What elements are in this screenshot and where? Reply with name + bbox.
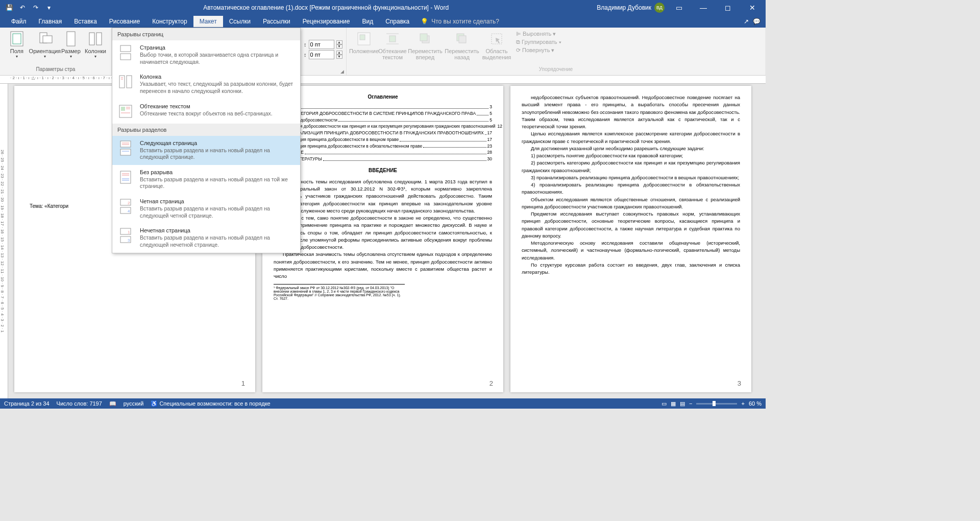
- table-of-contents: ВВЕДЕНИЕ3ГЛАВА 1. КАТЕГОРИЯ ДОБРОСОВЕСТН…: [274, 104, 492, 162]
- p2-para1: Актуальность темы исследования обусловле…: [274, 178, 492, 215]
- toc-entry: 2.1. Реализация принципа добросовестност…: [274, 136, 492, 143]
- align-button: ⊫ Выровнять ▾: [516, 31, 561, 37]
- spin-down[interactable]: ▼: [336, 44, 342, 49]
- column-break-icon: [117, 74, 134, 90]
- toc-entry: ЗАКЛЮЧЕНИЕ28: [274, 149, 492, 156]
- tab-design[interactable]: Конструктор: [146, 16, 193, 27]
- status-word-count[interactable]: Число слов: 7197: [57, 400, 102, 407]
- columns-icon: [87, 31, 104, 47]
- break-page[interactable]: СтраницаВыбор точки, в которой заканчива…: [112, 40, 300, 69]
- p3-para6: Методологическую основу исследования сос…: [522, 240, 740, 262]
- svg-rect-13: [420, 34, 427, 41]
- svg-rect-17: [120, 45, 131, 52]
- break-even-page[interactable]: 24 Четная страницаВставить разрыв раздел…: [112, 194, 300, 223]
- arrange-group-label: Упорядочение: [350, 66, 762, 73]
- p2-para3: Практическая значимость темы обусловлена…: [274, 251, 492, 280]
- vertical-ruler[interactable]: 26 · 25 · 24 · 23 · 22 · 21 · 20 · 19 · …: [0, 84, 8, 398]
- zoom-level[interactable]: 60 %: [749, 400, 762, 407]
- toc-entry: ГЛАВА 1. КАТЕГОРИЯ ДОБРОСОВЕСТНОСТИ В СИ…: [274, 110, 492, 117]
- page-number-2: 2: [489, 380, 493, 387]
- tab-draw[interactable]: Рисование: [103, 16, 146, 27]
- svg-rect-8: [360, 35, 365, 40]
- paragraph-dialog-launcher[interactable]: ◢: [340, 69, 344, 74]
- svg-rect-24: [121, 107, 125, 111]
- break-column[interactable]: КолонкаУказывает, что текст, следующий з…: [112, 69, 300, 99]
- svg-rect-9: [389, 36, 396, 42]
- margins-button[interactable]: Поля▾: [3, 30, 31, 60]
- send-backward-button: Переместить назад: [444, 30, 480, 61]
- ribbon-display-options[interactable]: ▭: [669, 0, 689, 15]
- view-read-mode[interactable]: ▭: [662, 400, 667, 407]
- tab-mailings[interactable]: Рассылки: [257, 16, 297, 27]
- ribbon: Поля▾ Ориентация▾ Размер▾ Колонки▾ Парам…: [0, 28, 766, 76]
- selection-icon: [488, 31, 505, 47]
- spacing-before-input[interactable]: [309, 40, 334, 49]
- wrap-text-button: Обтекание текстом: [378, 30, 407, 61]
- status-language[interactable]: русский: [124, 400, 143, 407]
- tab-home[interactable]: Главная: [33, 16, 68, 27]
- tell-me-search[interactable]: 💡 Что вы хотите сделать?: [421, 18, 499, 25]
- page-3[interactable]: недобросовестных субъектов правоотношени…: [510, 86, 751, 392]
- spin-up[interactable]: ▲: [336, 40, 342, 44]
- status-accessibility[interactable]: ♿ Специальные возможности: все в порядке: [151, 400, 270, 407]
- svg-rect-4: [67, 32, 75, 46]
- toc-entry: 1.2. Категория добросовестности как прин…: [274, 123, 492, 130]
- forward-icon: [417, 31, 433, 47]
- zoom-in[interactable]: +: [741, 400, 744, 407]
- tab-file[interactable]: Файл: [5, 16, 33, 27]
- tab-help[interactable]: Справка: [379, 16, 415, 27]
- margins-icon: [9, 31, 25, 47]
- break-continuous[interactable]: Без разрываВставить разрыв раздела и нач…: [112, 165, 300, 194]
- tab-layout[interactable]: Макет: [193, 16, 223, 27]
- share-button[interactable]: ↗: [744, 18, 749, 25]
- toc-entry: ГЛАВА 2. РЕАЛИЗАЦИЯ ПРИНЦИПА ДОБРОСОВЕСТ…: [274, 130, 492, 136]
- columns-button[interactable]: Колонки▾: [83, 30, 108, 60]
- rotate-button: ⟳ Повернуть ▾: [516, 47, 561, 54]
- window-title: Автоматическое оглавление (1).docx [Режи…: [55, 4, 597, 11]
- zoom-slider[interactable]: [696, 403, 737, 405]
- spacing-after-input[interactable]: [309, 50, 334, 59]
- svg-text:3: 3: [128, 238, 130, 243]
- selection-pane-button[interactable]: Область выделения: [480, 30, 513, 61]
- user-account[interactable]: Владимир Дубовик ВД: [597, 3, 665, 13]
- view-web-layout[interactable]: ▤: [680, 400, 685, 407]
- zoom-out[interactable]: −: [689, 400, 692, 407]
- orientation-button[interactable]: Ориентация▾: [31, 30, 59, 60]
- close-button[interactable]: ✕: [742, 0, 763, 15]
- undo-button[interactable]: ↶: [16, 2, 29, 14]
- view-print-layout[interactable]: ▦: [671, 400, 676, 407]
- tab-references[interactable]: Ссылки: [223, 16, 257, 27]
- p2-para2: Вместе с тем, само понятие добросовестно…: [274, 215, 492, 251]
- status-proofing-icon[interactable]: 📖: [109, 400, 116, 407]
- continuous-break-icon: [117, 169, 134, 185]
- toc-entry: СПИСОК ЛИТЕРАТУРЫ30: [274, 156, 492, 162]
- wrap-icon: [384, 31, 401, 47]
- tab-view[interactable]: Вид: [356, 16, 379, 27]
- break-odd-page[interactable]: 13 Нечетная страницаВставить разрыв разд…: [112, 223, 300, 252]
- break-text-wrapping[interactable]: Обтекание текстомОбтекание текста вокруг…: [112, 99, 300, 124]
- spin-down[interactable]: ▼: [336, 55, 342, 59]
- qat-customize[interactable]: ▾: [43, 2, 55, 14]
- textwrap-break-icon: [117, 103, 134, 120]
- svg-rect-31: [120, 149, 131, 155]
- tab-insert[interactable]: Вставка: [68, 16, 103, 27]
- spin-up[interactable]: ▲: [336, 51, 342, 55]
- p3-task4: 4) проанализировать реализацию принципа …: [522, 181, 740, 196]
- break-next-page[interactable]: Следующая страницаВставить разрыв раздел…: [112, 136, 300, 165]
- breaks-menu: Разрывы страниц СтраницаВыбор точки, в к…: [112, 28, 301, 253]
- redo-button[interactable]: ↷: [30, 2, 42, 14]
- toc-entry: 1.1. Понятие добросовестности5: [274, 117, 492, 124]
- p3-task3: 3) проанализировать реализацию принципа …: [522, 174, 740, 181]
- footnote: ¹ Федеральный закон РФ от 30.12.2012 №30…: [274, 284, 405, 300]
- status-page[interactable]: Страница 2 из 34: [4, 400, 50, 407]
- group-button: ⧉ Группировать ▾: [516, 39, 561, 45]
- toc-entry: 2.2. Реализация принципа добросовестност…: [274, 143, 492, 150]
- tab-review[interactable]: Рецензирование: [297, 16, 356, 27]
- maximize-button[interactable]: ◻: [718, 0, 738, 15]
- section-breaks-header: Разрывы разделов: [112, 124, 300, 136]
- comments-button[interactable]: 💬: [753, 18, 761, 25]
- size-button[interactable]: Размер▾: [59, 30, 83, 60]
- save-button[interactable]: 💾: [3, 2, 15, 14]
- minimize-button[interactable]: —: [693, 0, 714, 15]
- ribbon-tabs: Файл Главная Вставка Рисование Конструкт…: [0, 15, 766, 28]
